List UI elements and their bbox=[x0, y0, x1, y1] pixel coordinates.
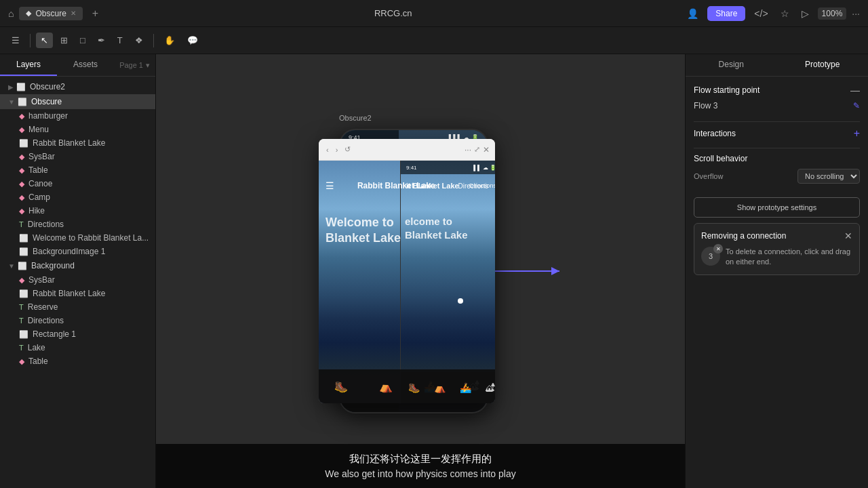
text-icon: T bbox=[19, 344, 24, 352]
layer-item-table-2[interactable]: ◆Table bbox=[0, 354, 155, 368]
flow-minus-icon[interactable]: — bbox=[850, 85, 860, 96]
layer-group-obscure[interactable]: ▼ ⬜ Obscure bbox=[0, 94, 155, 109]
layers-tab[interactable]: Layers bbox=[0, 54, 57, 76]
text-icon: T bbox=[19, 220, 24, 228]
preview-welcome-text: Welcome to Blanket Lake bbox=[326, 215, 401, 247]
layer-list: ▶ ⬜ Obscure2 ▼ ⬜ Obscure ◆hamburger ◆Men… bbox=[0, 77, 155, 488]
layer-item-sysbar[interactable]: ◆SysBar bbox=[0, 150, 155, 163]
diamond-icon: ◆ bbox=[19, 166, 24, 175]
layer-item-reserve[interactable]: TReserve bbox=[0, 300, 155, 314]
layer-group-label: Obscure bbox=[31, 97, 62, 106]
layer-item-welcome[interactable]: ⬜Welcome to Rabbit Blanket La... bbox=[0, 231, 155, 245]
interactions-row: Interactions + bbox=[694, 127, 860, 140]
flow-edit-icon[interactable]: ✎ bbox=[853, 101, 860, 110]
back-nav-icon[interactable]: ‹ bbox=[324, 144, 331, 155]
rc-header: Removing a connection ✕ bbox=[701, 230, 852, 241]
tab-close-icon[interactable]: ✕ bbox=[71, 9, 76, 17]
tab-add-icon[interactable]: + bbox=[88, 6, 102, 21]
layer-item-directions-1[interactable]: TDirections bbox=[0, 218, 155, 231]
flow-starting-point-row: Flow starting point — bbox=[694, 85, 860, 96]
layer-item-table[interactable]: ◆Table bbox=[0, 163, 155, 177]
overlay-welcome: elcome to Blanket Lake bbox=[405, 215, 468, 241]
main-layout: Layers Assets Page 1 ▾ ▶ ⬜ Obscure2 ▼ ⬜ … bbox=[0, 54, 868, 488]
frame-icon: ⬜ bbox=[19, 234, 28, 243]
rc-flow-icon: 3 ✕ bbox=[701, 247, 720, 266]
layer-item-hike[interactable]: ◆Hike bbox=[0, 204, 155, 218]
menu-tool-icon[interactable]: ☰ bbox=[7, 33, 24, 48]
code-icon[interactable]: </> bbox=[751, 7, 771, 20]
toolbar: ☰ ↖ ⊞ □ ✒ T ❖ ✋ 💬 bbox=[0, 27, 868, 54]
refresh-nav-icon[interactable]: ↺ bbox=[342, 144, 353, 155]
layer-group-obscure2[interactable]: ▶ ⬜ Obscure2 bbox=[0, 79, 155, 94]
arrow-icon: ▶ bbox=[8, 83, 14, 91]
show-prototype-settings-button[interactable]: Show prototype settings bbox=[694, 197, 860, 218]
prototype-tab[interactable]: Prototype bbox=[777, 54, 869, 76]
comment-tool-icon[interactable]: 💬 bbox=[182, 33, 203, 48]
frame-icon: ⬜ bbox=[19, 289, 28, 298]
text-icon: T bbox=[19, 303, 24, 311]
assets-tab[interactable]: Assets bbox=[57, 54, 114, 76]
preview-menu-icon[interactable]: ☰ bbox=[326, 180, 334, 191]
layer-group-label: Obscure2 bbox=[30, 82, 65, 92]
layer-group-label: Background bbox=[31, 261, 75, 270]
preview-close-icon[interactable]: ✕ bbox=[483, 145, 490, 155]
play-icon[interactable]: ▷ bbox=[798, 7, 812, 20]
layer-item-menu[interactable]: ◆Menu bbox=[0, 123, 155, 136]
more-options-icon[interactable]: ··· bbox=[852, 8, 860, 19]
frame-tool-icon[interactable]: ⊞ bbox=[56, 33, 73, 48]
add-interaction-icon[interactable]: + bbox=[854, 127, 860, 140]
design-tab[interactable]: Design bbox=[686, 54, 777, 76]
top-bar: ⌂ ◆ Obscure ✕ + RRCG.cn 👤 Share </> ☆ ▷ … bbox=[0, 0, 868, 27]
active-tab[interactable]: ◆ Obscure ✕ bbox=[19, 7, 82, 20]
page-selector[interactable]: Page 1 ▾ bbox=[114, 54, 155, 76]
diamond-icon: ◆ bbox=[19, 152, 24, 161]
canvas[interactable]: ‹ › ↺ ··· ⤢ ✕ 9:41 ▌▌▌ ☁ 🔋 ☰ Rabbit Blan… bbox=[156, 54, 685, 488]
scroll-behavior-section: Scroll behavior Overflow No scrolling Ho… bbox=[694, 154, 860, 184]
layer-group-background[interactable]: ▼ ⬜ Background bbox=[0, 258, 155, 273]
layer-item-directions-2[interactable]: TDirections bbox=[0, 314, 155, 327]
overflow-select[interactable]: No scrolling Horizontal Vertical Both bbox=[797, 169, 860, 184]
select-tool-icon[interactable]: ↖ bbox=[36, 33, 53, 48]
avatar-icon[interactable]: 👤 bbox=[684, 7, 702, 20]
flow-value-row: Flow 3 ✎ bbox=[694, 101, 860, 110]
shape-tool-icon[interactable]: □ bbox=[75, 33, 90, 48]
flow-starting-point-label: Flow starting point bbox=[694, 85, 760, 95]
layer-item-lake[interactable]: TLake bbox=[0, 341, 155, 354]
flow-starting-point-section: Flow starting point — Flow 3 ✎ bbox=[694, 85, 860, 110]
rc-close-icon[interactable]: ✕ bbox=[844, 230, 852, 241]
hand-tool-icon[interactable]: ✋ bbox=[159, 33, 180, 48]
arrow-icon: ▼ bbox=[8, 98, 15, 106]
preview-dots-icon[interactable]: ··· bbox=[465, 145, 471, 155]
top-bar-right: 👤 Share </> ☆ ▷ 100% ··· bbox=[684, 6, 860, 21]
forward-nav-icon[interactable]: › bbox=[334, 144, 340, 155]
overflow-label: Overflow bbox=[694, 172, 723, 180]
preview-toolbar: ‹ › ↺ ··· ⤢ ✕ bbox=[319, 139, 495, 161]
share-button[interactable]: Share bbox=[707, 6, 745, 21]
nav-tent-icon: ⛺ bbox=[379, 380, 393, 393]
bookmark-icon[interactable]: ☆ bbox=[777, 7, 793, 20]
layer-item-canoe[interactable]: ◆Canoe bbox=[0, 177, 155, 190]
divider-2 bbox=[694, 148, 860, 148]
nav-boot-icon: 🥾 bbox=[334, 380, 348, 393]
component-tool-icon[interactable]: ❖ bbox=[130, 33, 148, 48]
top-bar-left: ⌂ ◆ Obscure ✕ + bbox=[8, 6, 102, 21]
text-tool-icon[interactable]: T bbox=[113, 33, 127, 48]
layer-item-rabbit-2[interactable]: ⬜Rabbit Blanket Lake bbox=[0, 287, 155, 300]
diamond-icon: ◆ bbox=[19, 276, 24, 285]
layer-item-rabbit-blanket-lake[interactable]: ⬜Rabbit Blanket Lake bbox=[0, 136, 155, 150]
home-icon[interactable]: ⌂ bbox=[8, 8, 14, 19]
rc-x-icon: ✕ bbox=[713, 244, 723, 253]
layer-item-hamburger[interactable]: ◆hamburger bbox=[0, 109, 155, 123]
layer-item-rectangle[interactable]: ⬜Rectangle 1 bbox=[0, 327, 155, 341]
zoom-control[interactable]: 100% bbox=[818, 7, 847, 20]
overlay-bottom-nav: 🥾 ⛺ 🚣 🏕 bbox=[401, 372, 495, 403]
pen-tool-icon[interactable]: ✒ bbox=[93, 33, 110, 48]
layer-item-background-image[interactable]: ⬜BackgroundImage 1 bbox=[0, 245, 155, 258]
flow-value-label: Flow 3 bbox=[694, 101, 717, 110]
panel-tabs: Layers Assets Page 1 ▾ bbox=[0, 54, 155, 77]
subtitle-bar: 我们还将讨论这里一发挥作用的 We also get into how phys… bbox=[156, 444, 685, 488]
layer-item-sysbar-2[interactable]: ◆SysBar bbox=[0, 273, 155, 287]
removing-connection-box: Removing a connection ✕ 3 ✕ To delete a … bbox=[694, 223, 860, 275]
layer-item-camp[interactable]: ◆Camp bbox=[0, 190, 155, 204]
external-link-icon[interactable]: ⤢ bbox=[474, 145, 480, 154]
